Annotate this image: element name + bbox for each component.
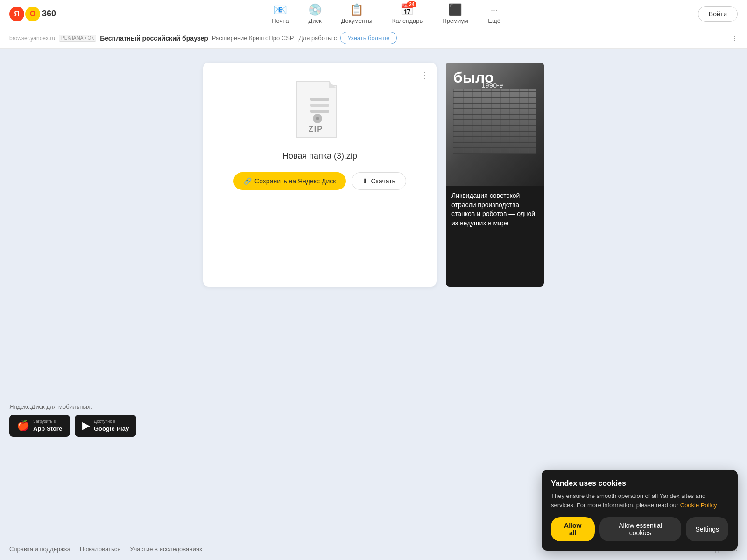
allow-essential-button[interactable]: Allow essential cookies [599,517,682,541]
main-nav: 📧 Почта 💿 Диск 📋 Документы 📅 24 Календар… [75,0,698,27]
ad-card-description: Ликвидация советской отрасли производств… [451,191,538,228]
nav-label-premium: Премиум [442,17,468,24]
svg-rect-2 [310,110,329,113]
svg-rect-0 [310,98,329,101]
card-menu-icon[interactable]: ⋮ [421,70,429,80]
mail-icon: 📧 [274,3,287,16]
cookie-banner: Yandex uses cookies They ensure the smoo… [542,470,738,551]
nav-item-docs[interactable]: 📋 Документы [334,0,380,27]
footer-mobile: Яндекс.Диск для мобильных: 🍎 Загрузить в… [0,394,747,446]
header: Я О 360 📧 Почта 💿 Диск 📋 Документы [0,0,747,28]
docs-icon: 📋 [350,3,363,16]
nav-label-disk: Диск [308,17,321,24]
footer-links-left: Справка и поддержка Пожаловаться Участие… [9,546,202,553]
ad-card-image: было 1990-е [446,63,544,186]
svg-rect-1 [310,104,329,107]
top-ad-banner: browser.yandex.ru РЕКЛАМА • ОК Бесплатны… [0,28,747,49]
ad-description: Расширение КриптоПро CSP | Для работы с [212,35,337,42]
app-store-text: Загрузить в App Store [33,419,62,433]
nav-label-mail: Почта [272,17,289,24]
cookie-settings-button[interactable]: Settings [686,517,728,541]
download-button[interactable]: ⬇ Скачать [352,172,406,190]
logo-ya: Я [9,7,24,21]
logo[interactable]: Я О 360 [9,7,56,21]
more-icon: ··· [488,3,501,16]
machinery-image [453,89,536,154]
ad-image-bg: было 1990-е [446,63,544,186]
ad-card: спдреклам ⋮ было 1990-е Ликвидация совет… [446,63,544,287]
app-store-badge[interactable]: 🍎 Загрузить в App Store [9,415,70,437]
ad-title: Бесплатный российский браузер [100,35,208,42]
main-content: ⋮ ZIP Новая папка (3).zip 🔗 [0,49,747,301]
svg-rect-4 [316,117,319,120]
svg-text:ZIP: ZIP [309,125,323,133]
zip-file-icon: ZIP [292,77,348,142]
ad-year-text: 1990-е [481,81,503,89]
nav-label-more: Ещё [488,17,500,24]
ad-site: browser.yandex.ru [9,35,55,42]
google-play-badge[interactable]: ▶ Доступно в Google Play [75,415,136,437]
save-to-disk-button[interactable]: 🔗 Сохранить на Яндекс Диск [233,172,346,190]
footer-link-support[interactable]: Справка и поддержка [9,546,70,553]
cookie-actions: Allow all Allow essential cookies Settin… [551,517,728,541]
nav-item-calendar[interactable]: 📅 24 Календарь [385,0,430,27]
nav-item-disk[interactable]: 💿 Диск [301,0,329,27]
calendar-badge: 24 [407,1,416,7]
download-icon: ⬇ [362,177,368,185]
cookie-policy-link[interactable]: Cookie Policy [680,502,717,509]
nav-label-calendar: Календарь [392,17,423,24]
ad-more-icon[interactable]: ⋮ [732,35,738,42]
action-buttons: 🔗 Сохранить на Яндекс Диск ⬇ Скачать [233,172,406,190]
ad-learn-more-button[interactable]: Узнать больше [340,32,396,44]
login-button[interactable]: Войти [698,6,738,22]
nav-item-premium[interactable]: ⬛ Премиум [435,0,475,27]
app-badges: 🍎 Загрузить в App Store ▶ Доступно в Goo… [9,415,738,437]
zip-card: ⋮ ZIP Новая папка (3).zip 🔗 [203,63,437,287]
file-name: Новая папка (3).zip [282,151,357,161]
ad-label-badge: РЕКЛАМА • ОК [59,35,96,42]
calendar-icon: 📅 24 [401,3,414,16]
premium-icon: ⬛ [449,3,462,16]
logo-360-text: 360 [42,9,56,19]
footer-mobile-label: Яндекс.Диск для мобильных: [9,403,738,410]
cookie-title: Yandex uses cookies [551,479,728,488]
allow-all-button[interactable]: Allow all [551,517,595,541]
nav-label-docs: Документы [341,17,373,24]
ad-card-text-block: Ликвидация советской отрасли производств… [446,186,544,233]
footer-link-research[interactable]: Участие в исследованиях [130,546,202,553]
disk-icon: 💿 [309,3,322,16]
nav-item-more[interactable]: ··· Ещё [480,0,508,27]
google-play-icon: ▶ [82,420,90,432]
logo-disk: О [25,7,40,21]
nav-item-mail[interactable]: 📧 Почта [264,0,296,27]
cookie-description: They ensure the smooth operation of all … [551,491,728,510]
footer-link-report[interactable]: Пожаловаться [80,546,120,553]
apple-icon: 🍎 [17,420,29,432]
right-ad-panel: спдреклам ⋮ было 1990-е Ликвидация совет… [446,63,544,287]
google-play-text: Доступно в Google Play [94,419,129,433]
save-icon: 🔗 [244,177,252,185]
